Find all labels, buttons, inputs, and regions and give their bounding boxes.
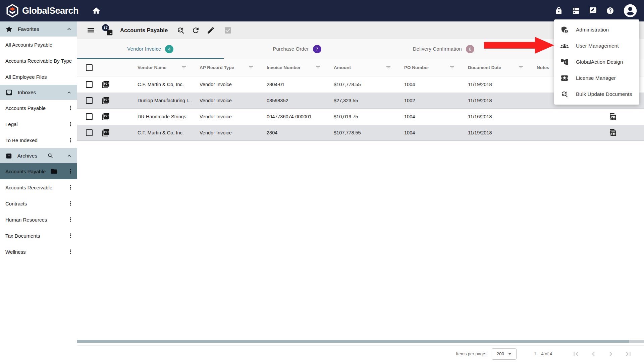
horizontal-scrollbar-track	[77, 340, 644, 343]
cell-po-number: 1004	[404, 130, 468, 135]
document-count-badge: 17	[102, 24, 109, 31]
row-checkbox[interactable]	[86, 113, 93, 120]
menu-item-license-manager[interactable]: License Manager	[554, 70, 639, 86]
item-label: Accounts Receivable By Type	[5, 58, 72, 64]
column-header: Invoice Number	[267, 65, 301, 70]
item-label: All Employee Files	[5, 74, 47, 80]
cell-vendor-name: C.F. Martin & Co, Inc.	[138, 130, 200, 135]
avatar[interactable]	[623, 4, 637, 18]
refresh-icon[interactable]	[192, 26, 200, 35]
tab-count-badge: 6	[466, 45, 474, 53]
filter-icon[interactable]	[181, 65, 187, 71]
item-label: Contracts	[5, 201, 27, 206]
tab-count-badge: 7	[313, 45, 321, 53]
pdf-icon	[101, 96, 110, 105]
sidebar-item-archive-accounts-receivable[interactable]: Accounts Receivable	[0, 179, 77, 195]
item-label: Human Resources	[5, 217, 47, 223]
kebab-menu-icon[interactable]	[67, 121, 74, 127]
sidebar-item-archive-tax-documents[interactable]: Tax Documents	[0, 228, 77, 244]
row-checkbox[interactable]	[86, 97, 93, 104]
item-label: To Be Indexed	[5, 137, 38, 143]
menu-item-user-management[interactable]: User Management	[554, 38, 639, 54]
feedback-icon[interactable]	[589, 7, 597, 15]
search-icon[interactable]	[47, 153, 54, 159]
item-label: All Accounts Payable	[5, 42, 52, 48]
home-button[interactable]	[92, 6, 101, 15]
section-label: Inboxes	[18, 89, 36, 96]
globalsearch-logo-icon	[5, 4, 19, 18]
license-ticket-icon	[560, 74, 569, 82]
sidebar-section-archives[interactable]: Archives	[0, 148, 77, 163]
cell-vendor-name: DR Handmade Strings	[138, 114, 200, 119]
bulk-sync-icon	[560, 90, 569, 98]
cell-document-date: 11/19/2018	[468, 98, 537, 103]
row-checkbox[interactable]	[86, 81, 93, 88]
help-icon[interactable]	[606, 7, 614, 15]
cell-amount: $107,778.55	[334, 130, 404, 135]
sidebar-item-all-employee-files[interactable]: All Employee Files	[0, 69, 77, 85]
menu-item-administration[interactable]: Administration	[554, 22, 639, 38]
prev-page-icon[interactable]	[589, 350, 598, 358]
tab-delivery-confirmation[interactable]: Delivery Confirmation 6	[370, 39, 517, 59]
sidebar-item-inbox-legal[interactable]: Legal	[0, 116, 77, 132]
kebab-menu-icon[interactable]	[67, 200, 74, 207]
select-all-checkbox[interactable]	[86, 64, 93, 71]
table-row[interactable]: C.F. Martin & Co, Inc. Vendor Invoice 28…	[77, 125, 644, 141]
kebab-menu-icon[interactable]	[67, 248, 74, 255]
column-header: PO Number	[404, 65, 429, 70]
next-page-icon[interactable]	[606, 350, 615, 358]
filter-icon[interactable]	[385, 65, 391, 71]
filter-icon[interactable]	[315, 65, 321, 71]
menu-item-globalaction-design[interactable]: GlobalAction Design	[554, 54, 639, 70]
column-header: AP Record Type	[200, 65, 234, 70]
sidebar-item-inbox-accounts-payable[interactable]: Accounts Payable	[0, 100, 77, 116]
cell-amount: $107,778.55	[334, 82, 404, 87]
horizontal-scrollbar-thumb[interactable]	[77, 340, 629, 343]
filter-icon[interactable]	[518, 65, 524, 71]
sidebar-item-all-accounts-payable[interactable]: All Accounts Payable	[0, 37, 77, 53]
sidebar-item-accounts-receivable-by-type[interactable]: Accounts Receivable By Type	[0, 53, 77, 69]
kebab-menu-icon[interactable]	[67, 168, 74, 175]
find-replace-icon[interactable]	[176, 26, 185, 35]
folder-icon	[50, 168, 58, 175]
kebab-menu-icon[interactable]	[67, 184, 74, 191]
sidebar-section-inboxes[interactable]: Inboxes	[0, 85, 77, 100]
cell-document-date: 11/19/2018	[468, 130, 537, 135]
sidebar-item-archive-human-resources[interactable]: Human Resources	[0, 212, 77, 228]
filter-icon[interactable]	[449, 65, 455, 71]
groups-icon	[560, 42, 569, 50]
sidebar-item-archive-contracts[interactable]: Contracts	[0, 195, 77, 212]
inbox-icon	[5, 89, 13, 96]
item-label: Accounts Payable	[5, 105, 46, 111]
cell-ap-record-type: Vendor Invoice	[200, 130, 267, 135]
items-per-page-select[interactable]: 200	[492, 348, 517, 360]
hamburger-menu-icon[interactable]	[87, 26, 95, 35]
page-title: Accounts Payable	[120, 27, 168, 34]
tab-vendor-invoice[interactable]: Vendor Invoice 4	[77, 39, 224, 59]
kebab-menu-icon[interactable]	[67, 105, 74, 111]
sidebar-section-favorites[interactable]: Favorites	[0, 21, 77, 37]
table-row[interactable]: DR Handmade Strings Vendor Invoice 00477…	[77, 109, 644, 125]
sidebar-item-inbox-to-be-indexed[interactable]: To Be Indexed	[0, 132, 77, 148]
kebab-menu-icon[interactable]	[67, 137, 74, 143]
filter-icon[interactable]	[248, 65, 254, 71]
last-page-icon[interactable]	[624, 350, 633, 358]
storage-icon[interactable]	[572, 7, 580, 15]
cell-invoice-number: 0047736074-000001	[267, 114, 334, 119]
lock-icon[interactable]	[555, 7, 563, 15]
notes-icon[interactable]	[609, 113, 617, 121]
sidebar-item-archive-wellness[interactable]: Wellness	[0, 244, 77, 260]
menu-item-label: Administration	[576, 27, 609, 33]
menu-item-bulk-update-documents[interactable]: Bulk Update Documents	[554, 86, 639, 102]
notes-icon[interactable]	[609, 128, 617, 137]
cell-vendor-name: Dunlop Manufacturing I...	[138, 98, 200, 103]
kebab-menu-icon[interactable]	[67, 232, 74, 239]
row-checkbox[interactable]	[86, 129, 93, 136]
section-label: Favorites	[18, 26, 39, 32]
kebab-menu-icon[interactable]	[67, 216, 74, 223]
edit-icon[interactable]	[207, 26, 215, 35]
first-page-icon[interactable]	[572, 350, 580, 358]
tab-purchase-order[interactable]: Purchase Order 7	[224, 39, 370, 59]
pagination-nav	[572, 350, 633, 358]
sidebar-item-archive-accounts-payable[interactable]: Accounts Payable	[0, 163, 77, 179]
